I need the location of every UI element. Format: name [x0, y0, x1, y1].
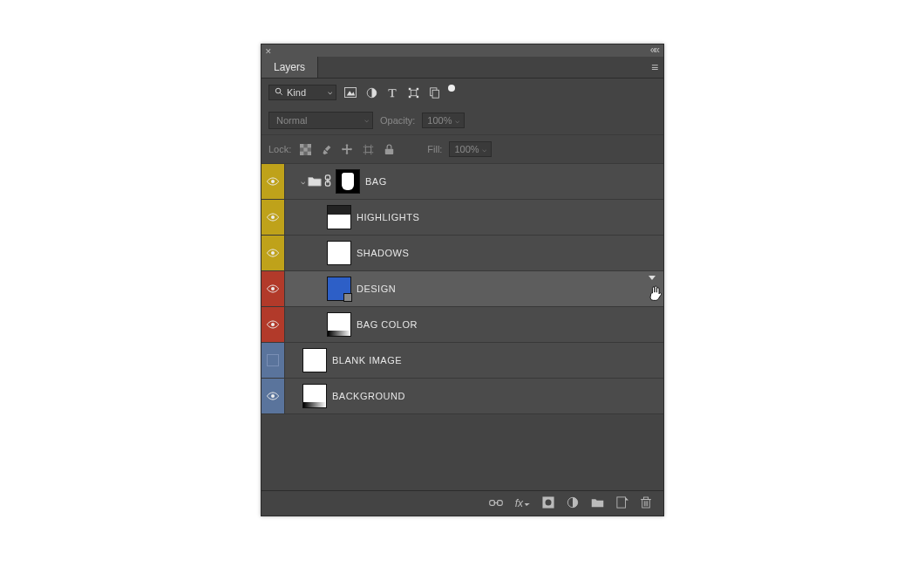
layer-thumbnail[interactable] — [327, 312, 351, 337]
opacity-label: Opacity: — [380, 115, 415, 126]
svg-rect-43 — [617, 497, 626, 508]
lock-artboard-icon[interactable] — [361, 142, 375, 156]
visibility-icon[interactable] — [266, 212, 280, 222]
layer-name[interactable]: BLANK IMAGE — [332, 355, 402, 365]
layer-row-blankimage[interactable]: BLANK IMAGE — [262, 343, 663, 379]
layer-name[interactable]: BACKGROUND — [332, 391, 405, 401]
layer-name[interactable]: BAG COLOR — [357, 319, 418, 330]
folder-icon — [308, 175, 322, 188]
layer-row-bagcolor[interactable]: BAG COLOR — [262, 307, 663, 343]
chevron-down-icon: ⌵ — [364, 115, 369, 124]
add-mask-icon[interactable] — [542, 496, 554, 510]
collapse-icon[interactable]: «« — [650, 44, 658, 56]
tab-layers[interactable]: Layers — [262, 57, 318, 78]
layers-panel: ✕ «« Layers ≡ Kind ⌵ Normal ⌵ Opacity: 1… — [261, 44, 664, 516]
fill-input[interactable]: 100% ⌵ — [449, 141, 491, 157]
svg-marker-3 — [347, 91, 355, 95]
layer-name[interactable]: HIGHLIGHTS — [357, 212, 419, 222]
lock-label: Lock: — [268, 144, 291, 154]
link-layers-icon[interactable] — [489, 498, 503, 509]
filter-row: Kind ⌵ — [262, 79, 663, 106]
layer-thumbnail[interactable] — [302, 348, 327, 372]
lock-position-icon[interactable] — [340, 142, 354, 156]
visibility-icon[interactable] — [266, 319, 280, 330]
layer-name[interactable]: SHADOWS — [357, 248, 409, 258]
filter-kind-label: Kind — [287, 87, 306, 98]
visibility-off-icon[interactable] — [267, 354, 279, 366]
svg-point-0 — [275, 88, 281, 93]
color-tag[interactable] — [262, 236, 285, 270]
svg-marker-44 — [626, 497, 629, 501]
color-tag[interactable] — [262, 200, 285, 235]
color-tag[interactable] — [262, 307, 285, 342]
svg-point-28 — [271, 180, 275, 183]
layer-thumbnail[interactable] — [327, 277, 351, 301]
new-group-icon[interactable] — [591, 497, 604, 509]
layer-list: ⌵ BAG HIGHLIGHTS SHADOWS DESIGN — [262, 164, 663, 414]
color-tag[interactable] — [262, 379, 285, 413]
blend-mode-select[interactable]: Normal ⌵ — [268, 112, 373, 129]
panel-tabs: Layers ≡ — [262, 57, 663, 79]
new-layer-icon[interactable] — [616, 496, 628, 510]
layer-name[interactable]: DESIGN — [357, 284, 396, 294]
panel-footer: fx⏷ — [262, 490, 663, 516]
filter-toggle[interactable] — [448, 85, 455, 92]
lock-transparency-icon[interactable] — [298, 142, 312, 156]
panel-menu-icon[interactable]: ≡ — [646, 60, 663, 74]
visibility-icon[interactable] — [266, 176, 280, 187]
svg-line-1 — [280, 92, 282, 95]
disclosure-icon[interactable]: ⌵ — [297, 177, 308, 186]
filter-adjustment-icon[interactable] — [364, 85, 378, 99]
filter-shape-icon[interactable] — [406, 85, 420, 99]
layer-row-background[interactable]: BACKGROUND — [262, 379, 663, 414]
layer-thumbnail[interactable] — [302, 384, 327, 408]
svg-rect-9 — [416, 95, 418, 97]
layer-name[interactable]: BAG — [365, 176, 387, 187]
visibility-icon[interactable] — [266, 284, 280, 294]
blend-row: Normal ⌵ Opacity: 100% ⌵ — [262, 106, 663, 135]
svg-rect-11 — [432, 90, 438, 98]
svg-point-35 — [271, 323, 275, 326]
visibility-icon[interactable] — [266, 248, 280, 258]
svg-rect-6 — [408, 87, 410, 89]
svg-point-36 — [271, 394, 275, 398]
close-icon[interactable]: ✕ — [265, 47, 272, 56]
svg-rect-8 — [408, 95, 410, 97]
svg-point-41 — [546, 500, 552, 506]
layer-mask[interactable] — [336, 169, 360, 194]
panel-titlebar[interactable]: ✕ «« — [262, 44, 663, 57]
blend-mode-label: Normal — [276, 115, 307, 126]
color-tag[interactable] — [262, 271, 285, 306]
opacity-input[interactable]: 100% ⌵ — [422, 113, 464, 128]
svg-rect-16 — [300, 151, 303, 154]
fill-label: Fill: — [427, 144, 442, 154]
svg-rect-14 — [307, 144, 310, 147]
svg-point-33 — [271, 251, 275, 255]
lock-paint-icon[interactable] — [319, 142, 333, 156]
svg-point-32 — [271, 215, 275, 219]
opacity-value: 100% — [427, 115, 452, 126]
adjustment-layer-icon[interactable] — [567, 496, 579, 510]
filter-pixel-icon[interactable] — [343, 85, 357, 99]
chevron-down-icon: ⌵ — [455, 116, 459, 125]
svg-rect-13 — [300, 144, 303, 147]
lock-all-icon[interactable] — [382, 142, 396, 156]
layer-row-highlights[interactable]: HIGHLIGHTS — [262, 200, 663, 236]
layer-row-bag[interactable]: ⌵ BAG — [262, 164, 663, 200]
filter-kind-select[interactable]: Kind ⌵ — [268, 85, 336, 100]
layer-row-design[interactable]: DESIGN — [262, 271, 663, 307]
color-tag[interactable] — [262, 164, 285, 199]
delete-icon[interactable] — [641, 496, 651, 510]
link-icon — [323, 174, 332, 188]
color-tag[interactable] — [262, 343, 285, 378]
lock-row: Lock: Fill: 100% ⌵ — [262, 135, 663, 164]
layer-thumbnail[interactable] — [327, 205, 351, 229]
layer-row-shadows[interactable]: SHADOWS — [262, 236, 663, 271]
fx-icon[interactable]: fx⏷ — [515, 497, 530, 509]
layer-thumbnail[interactable] — [327, 241, 351, 265]
visibility-icon[interactable] — [266, 391, 280, 401]
svg-rect-5 — [411, 90, 417, 96]
filter-type-icon[interactable] — [385, 85, 399, 99]
filter-smart-icon[interactable] — [427, 85, 441, 99]
chevron-down-icon: ⌵ — [482, 145, 486, 154]
